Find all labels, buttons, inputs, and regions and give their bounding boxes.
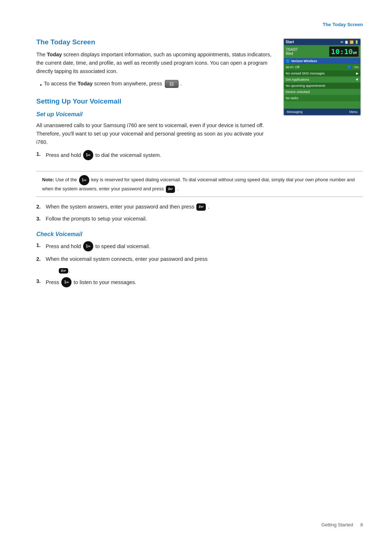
check-voicemail-step3: 3. Press 1∞ to listen to your messages. <box>36 277 363 287</box>
step-num-1: 1. <box>36 150 43 158</box>
setup-step-2: 2. When the system answers, enter your p… <box>36 203 363 211</box>
phone-sms-row: No unread SMS messages ▶ <box>284 70 360 77</box>
setup-steps: 1. Press and hold 1∞ to dial the voicema… <box>36 150 272 160</box>
today-bullet: • To access the Today screen from anywhe… <box>40 80 272 89</box>
phone-sms-text: No unread SMS messages <box>286 72 325 75</box>
voicemail-heading: Setting Up Your Voicemail <box>36 97 272 105</box>
phone-time-value: 10:10 <box>331 47 353 56</box>
phone-wifi-row: Wi-Fi: Off 🔵 : On <box>284 64 360 70</box>
phone-apps-icon: ✚ <box>356 78 359 81</box>
right-column: Start ✉ 📋 📶 🔋 7/04/07 Wed 10:1 <box>283 38 363 164</box>
phone-bottom-bar: Messaging Menu <box>284 109 360 115</box>
setup-voicemail-subheading: Set up Voicemail <box>36 111 272 118</box>
step-num-2: 2. <box>36 203 43 211</box>
check-1-content: Press and hold 1∞ to speed dial voicemai… <box>46 241 150 251</box>
key-1-check-1: 1∞ <box>83 241 93 251</box>
step-3-content: Follow the prompts to setup your voicema… <box>46 215 147 223</box>
setup-paragraph: All unanswered calls to your Samsung i76… <box>36 121 272 147</box>
check-2-content: When the voicemail system connects, ente… <box>46 255 208 263</box>
footer-page: 8 <box>360 522 363 527</box>
phone-spacer <box>284 101 360 109</box>
check-step-2: 2. When the voicemail system connects, e… <box>36 255 363 263</box>
note-label: Note: <box>42 177 54 183</box>
phone-date: 7/04/07 <box>286 48 298 52</box>
setup-steps-2-3: 2. When the system answers, enter your p… <box>36 203 363 223</box>
today-screen-heading: The Today Screen <box>36 38 272 46</box>
check-step-1: 1. Press and hold 1∞ to speed dial voice… <box>36 241 363 251</box>
phone-messaging-btn[interactable]: Messaging <box>287 110 303 114</box>
phone-menu-btn[interactable]: Menu <box>349 110 358 114</box>
note-key-hash: #↵ <box>166 186 175 193</box>
phone-carrier-name: Verizon Wireless <box>291 59 317 63</box>
page-container: The Today Screen The Today Screen The To… <box>0 0 392 542</box>
bullet-text: To access the Today screen from anywhere… <box>44 80 181 88</box>
breadcrumb: The Today Screen <box>36 22 363 27</box>
check-3-content: Press 1∞ to listen to your messages. <box>46 277 136 287</box>
phone-email-icon: ✉ <box>340 40 343 44</box>
phone-appt-text: No upcoming appointments <box>286 84 326 88</box>
check-voicemail-steps: 1. Press and hold 1∞ to speed dial voice… <box>36 241 363 263</box>
phone-tasks-text: No tasks <box>286 96 298 100</box>
main-two-col: The Today Screen The Today screen displa… <box>36 38 363 164</box>
phone-appt-row: No upcoming appointments <box>284 83 360 89</box>
phone-apps-text: Get Applications <box>286 78 309 81</box>
key-1-check-3: 1∞ <box>61 277 72 287</box>
phone-signal-icon: 📶 <box>350 40 354 44</box>
check-step-2-key: #↵. <box>58 267 363 274</box>
breadcrumb-text: The Today Screen <box>323 22 363 27</box>
step-1-content: Press and hold 1∞ to dial the voicemail … <box>46 150 161 160</box>
step-2-content: When the system answers, enter your pass… <box>46 203 209 211</box>
left-column: The Today Screen The Today screen displa… <box>36 38 272 164</box>
today-bold-2: Today <box>78 81 93 86</box>
phone-time: 10:10AM <box>329 46 359 57</box>
check-voicemail-subheading: Check Voicemail <box>36 231 363 238</box>
phone-day: Wed <box>286 52 298 56</box>
phone-date-info: 7/04/07 Wed <box>286 48 298 56</box>
check-step-3: 3. Press 1∞ to listen to your messages. <box>36 277 363 287</box>
phone-bluetooth-status: 🔵 : On <box>347 65 359 69</box>
phone-tasks-row: No tasks <box>284 95 360 101</box>
check-num-3: 3. <box>36 277 43 286</box>
phone-battery-icon: 🔋 <box>355 40 359 44</box>
phone-device-text: Device unlocked <box>286 90 310 94</box>
note-box: Note: Use of the 1∞ key is reserved for … <box>36 171 363 197</box>
home-button-icon <box>165 80 179 88</box>
phone-am: AM <box>353 51 357 55</box>
phone-device-row: Device unlocked <box>284 89 360 95</box>
check-num-1: 1. <box>36 241 43 250</box>
phone-taskbar: Start ✉ 📋 📶 🔋 <box>284 39 360 45</box>
phone-carrier-icon: 🌐 <box>286 59 290 63</box>
key-1-voicemail-setup: 1∞ <box>83 150 93 160</box>
phone-screenshot: Start ✉ 📋 📶 🔋 7/04/07 Wed 10:1 <box>283 38 361 116</box>
phone-datetime-row: 7/04/07 Wed 10:10AM <box>284 45 360 58</box>
key-hash-check2: #↵ <box>59 268 68 274</box>
setup-step-3: 3. Follow the prompts to setup your voic… <box>36 215 363 223</box>
phone-wifi-status: Wi-Fi: Off <box>286 65 299 69</box>
footer-label: Getting Started <box>321 522 353 527</box>
setup-step-1: 1. Press and hold 1∞ to dial the voicema… <box>36 150 272 160</box>
phone-start: Start <box>286 40 294 44</box>
phone-sms-icon: ▶ <box>356 72 359 75</box>
phone-taskbar-icons: ✉ 📋 📶 🔋 <box>340 40 359 44</box>
note-key-1: 1∞ <box>79 175 89 185</box>
check-num-2: 2. <box>36 255 43 263</box>
footer: Getting Started 8 <box>321 522 363 527</box>
today-screen-paragraph: The Today screen displays important info… <box>36 50 272 76</box>
phone-carrier-row: 🌐 Verizon Wireless <box>284 58 360 64</box>
phone-msg-icon: 📋 <box>344 40 348 44</box>
bullet-dot: • <box>40 81 42 89</box>
phone-apps-row: Get Applications ✚ <box>284 77 360 83</box>
key-hash-step2: #↵ <box>196 203 206 211</box>
step-num-3: 3. <box>36 215 43 223</box>
today-bold: Today <box>47 52 62 57</box>
